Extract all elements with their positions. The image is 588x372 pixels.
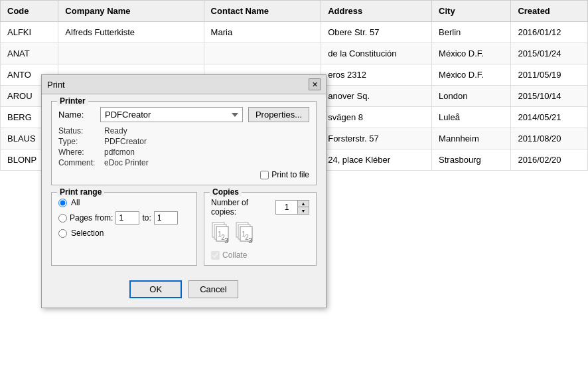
copies-input[interactable] bbox=[276, 201, 297, 214]
cell-created: 2014/05/21 bbox=[511, 107, 588, 128]
cell-contact bbox=[204, 43, 321, 64]
cell-address: svägen 8 bbox=[321, 107, 432, 128]
comment-value: eDoc Printer bbox=[104, 158, 149, 167]
cell-company bbox=[58, 43, 204, 64]
print-range-group: Print range All Pages from: to: bbox=[51, 192, 197, 266]
cell-address: 24, place Kléber bbox=[321, 149, 432, 171]
all-label: All bbox=[71, 198, 80, 207]
cancel-button[interactable]: Cancel bbox=[188, 280, 238, 298]
where-label: Where: bbox=[58, 147, 102, 157]
cell-created: 2015/01/24 bbox=[511, 43, 588, 64]
properties-button[interactable]: Properties... bbox=[248, 107, 309, 122]
svg-text:3: 3 bbox=[224, 237, 228, 244]
status-value: Ready bbox=[104, 126, 127, 136]
dialog-title: Print bbox=[47, 80, 65, 90]
copies-icons: 1 2 3 1 2 3 bbox=[211, 222, 309, 246]
cell-created: 2015/10/14 bbox=[511, 86, 588, 107]
type-label: Type: bbox=[58, 137, 102, 146]
cell-address: anover Sq. bbox=[321, 86, 432, 107]
print-dialog: Print ✕ Printer Name: PDFCreator Propert… bbox=[41, 74, 327, 308]
cell-city: Strasbourg bbox=[432, 149, 511, 171]
printer-group-label: Printer bbox=[57, 96, 88, 106]
cell-created: 2011/05/19 bbox=[511, 64, 588, 86]
from-label: from: bbox=[95, 213, 113, 223]
comment-label: Comment: bbox=[58, 158, 102, 167]
copies-row: Number of copies: ▲ ▼ bbox=[211, 198, 309, 217]
cell-created: 2016/01/12 bbox=[511, 22, 588, 43]
svg-text:3: 3 bbox=[248, 237, 252, 244]
printer-group: Printer Name: PDFCreator Properties... S… bbox=[51, 101, 317, 185]
spinner-down[interactable]: ▼ bbox=[298, 207, 309, 214]
selection-radio[interactable] bbox=[58, 229, 67, 238]
cell-address: de la Constitución bbox=[321, 43, 432, 64]
cell-address: Forsterstr. 57 bbox=[321, 128, 432, 149]
printer-select[interactable]: PDFCreator bbox=[100, 107, 243, 122]
table-row: ANATde la ConstituciónMéxico D.F.2015/01… bbox=[1, 43, 588, 64]
cell-contact: Maria bbox=[204, 22, 321, 43]
status-label: Status: bbox=[58, 126, 102, 136]
name-label: Name: bbox=[58, 110, 95, 120]
cell-address: Obere Str. 57 bbox=[321, 22, 432, 43]
pages-row: Pages from: to: bbox=[58, 211, 190, 225]
dialog-buttons: OK Cancel bbox=[51, 280, 317, 298]
copies-spinner: ▲ ▼ bbox=[275, 200, 309, 215]
from-input[interactable] bbox=[115, 211, 139, 225]
cell-created: 2011/08/20 bbox=[511, 128, 588, 149]
collate-checkbox[interactable] bbox=[211, 251, 220, 260]
close-button[interactable]: ✕ bbox=[309, 78, 321, 90]
cell-code: ALFKI bbox=[1, 22, 58, 43]
cell-city: México D.F. bbox=[432, 64, 511, 86]
type-row: Type: PDFCreator bbox=[58, 137, 309, 146]
ok-button[interactable]: OK bbox=[129, 280, 182, 298]
dialog-titlebar: Print ✕ bbox=[42, 75, 326, 94]
col-header-contact: Contact Name bbox=[204, 1, 321, 22]
comment-row: Comment: eDoc Printer bbox=[58, 158, 309, 167]
pages-label: Pages bbox=[70, 213, 92, 223]
selection-row: Selection bbox=[58, 229, 190, 238]
where-row: Where: pdfcmon bbox=[58, 147, 309, 157]
cell-city: Mannheim bbox=[432, 128, 511, 149]
to-input[interactable] bbox=[154, 211, 178, 225]
cell-created: 2016/02/20 bbox=[511, 149, 588, 171]
col-header-code: Code bbox=[1, 1, 58, 22]
table-row: ALFKIAlfreds FutterkisteMariaObere Str. … bbox=[1, 22, 588, 43]
bottom-groups: Print range All Pages from: to: bbox=[51, 192, 317, 272]
all-radio-row: All bbox=[58, 198, 190, 207]
page-icon-2: 1 2 3 bbox=[235, 222, 254, 246]
col-header-company: Company Name bbox=[58, 1, 204, 22]
page-icon-1: 1 2 3 bbox=[211, 222, 230, 246]
copies-group-label: Copies bbox=[210, 187, 242, 197]
where-value: pdfcmon bbox=[104, 147, 135, 157]
cell-company: Alfreds Futterkiste bbox=[58, 22, 204, 43]
pages-radio[interactable] bbox=[58, 214, 67, 223]
col-header-city: City bbox=[432, 1, 511, 22]
selection-label: Selection bbox=[71, 229, 104, 238]
cell-code: ANAT bbox=[1, 43, 58, 64]
cell-city: México D.F. bbox=[432, 43, 511, 64]
printer-name-row: Name: PDFCreator Properties... bbox=[58, 107, 309, 122]
cell-address: eros 2312 bbox=[321, 64, 432, 86]
print-to-file-row: Print to file bbox=[58, 170, 309, 179]
dialog-body: Printer Name: PDFCreator Properties... S… bbox=[42, 94, 326, 308]
status-row: Status: Ready bbox=[58, 126, 309, 136]
collate-row: Collate bbox=[211, 250, 309, 260]
col-header-created: Created bbox=[511, 1, 588, 22]
all-radio[interactable] bbox=[58, 199, 67, 207]
cell-city: Berlin bbox=[432, 22, 511, 43]
cell-city: London bbox=[432, 86, 511, 107]
spinner-arrows: ▲ ▼ bbox=[297, 201, 309, 214]
print-to-file-checkbox[interactable] bbox=[260, 171, 269, 179]
col-header-address: Address bbox=[321, 1, 432, 22]
print-to-file-label: Print to file bbox=[271, 170, 309, 179]
type-value: PDFCreator bbox=[104, 137, 147, 146]
to-label: to: bbox=[142, 213, 151, 223]
spinner-up[interactable]: ▲ bbox=[298, 201, 309, 207]
print-range-label: Print range bbox=[57, 187, 104, 197]
cell-city: Luleå bbox=[432, 107, 511, 128]
collate-label: Collate bbox=[222, 250, 247, 260]
copies-group: Copies Number of copies: ▲ ▼ bbox=[204, 192, 317, 266]
num-copies-label: Number of copies: bbox=[211, 198, 271, 217]
